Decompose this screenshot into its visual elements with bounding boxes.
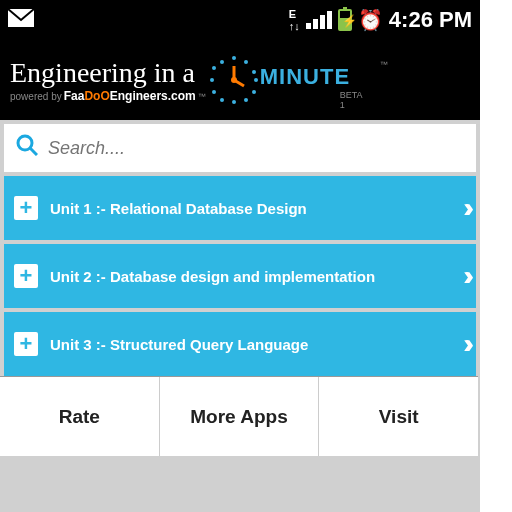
svg-line-3 xyxy=(234,80,244,86)
svg-line-5 xyxy=(30,148,37,155)
svg-point-4 xyxy=(18,136,32,150)
signal-icon xyxy=(306,11,332,29)
options-menu: Rate More Apps Visit xyxy=(0,376,478,456)
search-input[interactable] xyxy=(48,138,464,159)
expand-icon[interactable]: + xyxy=(14,332,38,356)
unit-row[interactable]: + Unit 3 :- Structured Query Language ›› xyxy=(4,312,476,376)
app-header: Engineering in a powered by FaaDoOEngine… xyxy=(0,40,480,120)
alarm-icon: ⏰ xyxy=(358,8,383,32)
mail-icon xyxy=(8,9,34,31)
chevron-right-icon: ›› xyxy=(463,260,466,292)
status-bar: E↑↓ ⚡ ⏰ 4:26 PM xyxy=(0,0,480,40)
app-title: Engineering in a xyxy=(10,57,206,89)
powered-by: powered by FaaDoOEngineers.com ™ xyxy=(10,89,206,103)
chevron-right-icon: ›› xyxy=(463,328,466,360)
unit-label: Unit 2 :- Database design and implementa… xyxy=(50,268,451,285)
unit-label: Unit 3 :- Structured Query Language xyxy=(50,336,451,353)
expand-icon[interactable]: + xyxy=(14,264,38,288)
unit-row[interactable]: + Unit 2 :- Database design and implemen… xyxy=(4,244,476,308)
visit-button[interactable]: Visit xyxy=(319,377,478,456)
search-row[interactable] xyxy=(4,124,476,172)
unit-row[interactable]: + Unit 1 :- Relational Database Design ›… xyxy=(4,176,476,240)
clock-time: 4:26 PM xyxy=(389,7,472,33)
minute-logo: MINUTE ™ BETA 1 xyxy=(210,56,258,104)
more-apps-button[interactable]: More Apps xyxy=(160,377,320,456)
expand-icon[interactable]: + xyxy=(14,196,38,220)
network-type: E↑↓ xyxy=(289,8,300,32)
chevron-right-icon: ›› xyxy=(463,192,466,224)
rate-button[interactable]: Rate xyxy=(0,377,160,456)
unit-label: Unit 1 :- Relational Database Design xyxy=(50,200,451,217)
battery-icon: ⚡ xyxy=(338,9,352,31)
search-icon xyxy=(16,134,38,162)
